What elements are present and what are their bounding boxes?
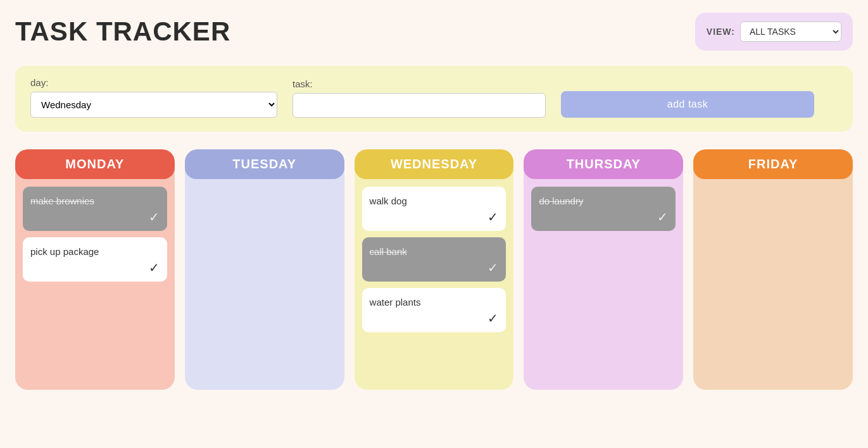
day-header-wednesday: WEDNESDAY — [355, 149, 514, 179]
task-card[interactable]: call bank✓ — [362, 237, 506, 282]
task-name: call bank — [370, 246, 499, 257]
columns-area: MONDAYmake brownies✓pick up package✓TUES… — [15, 149, 853, 390]
tasks-thursday: do laundry✓ — [524, 179, 683, 239]
task-check-icon[interactable]: ✓ — [487, 209, 498, 225]
column-friday: FRIDAY — [693, 149, 853, 390]
task-check-icon[interactable]: ✓ — [487, 260, 498, 275]
task-card[interactable]: walk dog✓ — [362, 187, 506, 231]
column-thursday: THURSDAYdo laundry✓ — [524, 149, 683, 390]
task-check-icon[interactable]: ✓ — [487, 311, 498, 326]
task-name: pick up package — [30, 246, 160, 257]
task-check-icon[interactable]: ✓ — [657, 209, 668, 225]
day-header-tuesday: TUESDAY — [185, 149, 344, 179]
task-card[interactable]: water plants✓ — [362, 288, 506, 332]
task-check-icon[interactable]: ✓ — [149, 209, 160, 225]
day-header-thursday: THURSDAY — [524, 149, 683, 179]
task-field: task: — [292, 78, 546, 118]
header: TASK TRACKER VIEW: ALL TASKS Monday Tues… — [15, 13, 853, 51]
day-select[interactable]: Monday Tuesday Wednesday Thursday Friday — [30, 92, 277, 118]
task-label: task: — [292, 78, 546, 89]
task-name: water plants — [370, 297, 499, 308]
tasks-monday: make brownies✓pick up package✓ — [15, 179, 175, 289]
column-tuesday: TUESDAY — [185, 149, 344, 390]
day-header-friday: FRIDAY — [693, 149, 853, 179]
tasks-wednesday: walk dog✓call bank✓water plants✓ — [355, 179, 514, 340]
task-name: do laundry — [539, 196, 668, 206]
add-task-button[interactable]: add task — [561, 91, 814, 118]
tasks-tuesday — [185, 179, 344, 194]
task-card[interactable]: make brownies✓ — [23, 187, 167, 231]
day-field: day: Monday Tuesday Wednesday Thursday F… — [30, 77, 277, 118]
view-label: VIEW: — [707, 27, 735, 37]
task-input[interactable] — [292, 93, 546, 118]
day-header-monday: MONDAY — [15, 149, 175, 179]
day-label: day: — [30, 77, 277, 88]
column-monday: MONDAYmake brownies✓pick up package✓ — [15, 149, 175, 390]
view-selector-container: VIEW: ALL TASKS Monday Tuesday Wednesday… — [695, 13, 853, 51]
add-task-form: day: Monday Tuesday Wednesday Thursday F… — [15, 66, 853, 132]
tasks-friday — [693, 179, 853, 194]
app-title: TASK TRACKER — [15, 16, 230, 47]
column-wednesday: WEDNESDAYwalk dog✓call bank✓water plants… — [355, 149, 514, 390]
task-card[interactable]: pick up package✓ — [23, 237, 167, 282]
view-select[interactable]: ALL TASKS Monday Tuesday Wednesday Thurs… — [740, 22, 841, 42]
task-card[interactable]: do laundry✓ — [531, 187, 676, 231]
task-name: make brownies — [30, 196, 160, 206]
task-check-icon[interactable]: ✓ — [149, 260, 160, 275]
task-name: walk dog — [370, 196, 499, 206]
